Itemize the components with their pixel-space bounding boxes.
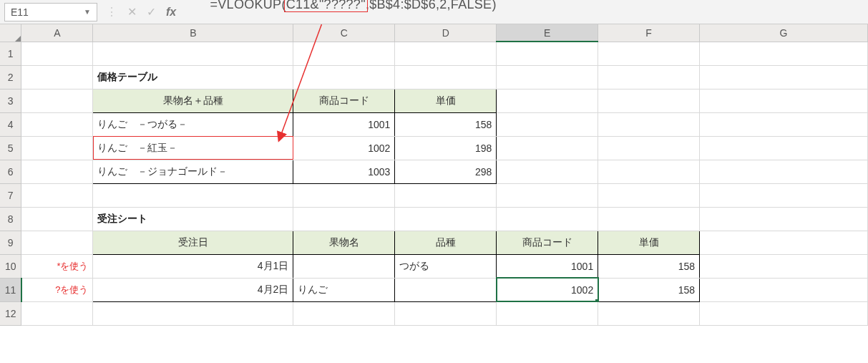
select-all-corner[interactable] (0, 24, 21, 42)
t2-h1: 受注日 (93, 231, 293, 254)
name-box-dropdown-icon[interactable]: ▼ (84, 4, 91, 21)
col-C[interactable]: C (293, 24, 395, 42)
rowhdr-11[interactable]: 11 (0, 278, 21, 301)
col-A[interactable]: A (21, 24, 93, 42)
col-D[interactable]: D (395, 24, 497, 42)
t2-r1-fruit[interactable]: りんご (293, 278, 395, 301)
fx-icon[interactable]: fx (166, 6, 176, 19)
row-12: 12 (0, 301, 868, 325)
row-7: 7 (0, 183, 868, 207)
t2-r1-price[interactable]: 158 (598, 278, 700, 301)
t1-r1-code[interactable]: 1002 (293, 136, 395, 160)
row-5: 5 りんご －紅玉－ 1002 198 (0, 136, 868, 160)
enter-icon[interactable]: ✓ (147, 5, 156, 19)
rowhdr-3[interactable]: 3 (0, 89, 21, 112)
row-6: 6 りんご －ジョナゴールド－ 1003 298 (0, 160, 868, 183)
t1-r0-code[interactable]: 1001 (293, 112, 395, 136)
rowhdr-5[interactable]: 5 (0, 136, 21, 160)
row-1: 1 (0, 42, 868, 65)
row-9: 9 受注日 果物名 品種 商品コード 単価 (0, 231, 868, 254)
rowhdr-6[interactable]: 6 (0, 160, 21, 183)
row-11: 11 ?を使う 4月2日 りんご 1002 158 (0, 278, 868, 301)
cancel-icon[interactable]: ✕ (127, 5, 137, 19)
t2-h2: 果物名 (293, 231, 395, 254)
selected-cell-E11[interactable]: 1002 (497, 278, 598, 301)
row-2: 2 価格テーブル (0, 65, 868, 89)
t1-h1: 果物名＋品種 (93, 89, 293, 112)
row-8: 8 受注シート (0, 207, 868, 231)
t1-r0-price[interactable]: 158 (395, 112, 497, 136)
row-3: 3 果物名＋品種 商品コード 単価 (0, 89, 868, 112)
t2-r0-price[interactable]: 158 (598, 254, 700, 278)
rowhdr-1[interactable]: 1 (0, 42, 21, 65)
t1-h3: 単価 (395, 89, 497, 112)
t2-h3: 品種 (395, 231, 497, 254)
t2-title: 受注シート (93, 207, 293, 231)
note-qmark: ?を使う (21, 278, 93, 301)
formula-bar-icons: ⋮ ✕ ✓ fx (102, 5, 180, 19)
t1-h2: 商品コード (293, 89, 395, 112)
name-box-value: E11 (11, 4, 29, 21)
rowhdr-4[interactable]: 4 (0, 112, 21, 136)
t1-r2-name[interactable]: りんご －ジョナゴールド－ (93, 160, 293, 183)
col-G[interactable]: G (700, 24, 868, 42)
formula-part-2: ,$B$4:$D$6,2,FALSE) (366, 0, 497, 11)
rowhdr-9[interactable]: 9 (0, 231, 21, 254)
t2-r0-kind[interactable]: つがる (395, 254, 497, 278)
t1-r1-price[interactable]: 198 (395, 136, 497, 160)
t1-r1-name[interactable]: りんご －紅玉－ (93, 136, 293, 160)
t1-r2-code[interactable]: 1003 (293, 160, 395, 183)
t2-r0-fruit[interactable] (293, 254, 395, 278)
row-4: 4 りんご －つがる－ 1001 158 (0, 112, 868, 136)
col-B[interactable]: B (93, 24, 293, 42)
t1-r2-price[interactable]: 298 (395, 160, 497, 183)
rowhdr-12[interactable]: 12 (0, 301, 21, 325)
t2-r1-kind[interactable] (395, 278, 497, 301)
t1-r0-name[interactable]: りんご －つがる－ (93, 112, 293, 136)
note-star: *を使う (21, 254, 93, 278)
grid-table[interactable]: A B C D E F G 1 2 価格テーブル 3 果物名＋品種 商品コード … (0, 24, 868, 326)
spreadsheet-grid: A B C D E F G 1 2 価格テーブル 3 果物名＋品種 商品コード … (0, 24, 868, 326)
t2-r0-code[interactable]: 1001 (497, 254, 598, 278)
formula-bar: E11 ▼ ⋮ ✕ ✓ fx =VLOOKUP(C11&"?????",$B$4… (0, 0, 868, 24)
rowhdr-10[interactable]: 10 (0, 254, 21, 278)
row-10: 10 *を使う 4月1日 つがる 1001 158 (0, 254, 868, 278)
separator-icon: ⋮ (106, 5, 117, 19)
col-E[interactable]: E (497, 24, 598, 42)
formula-highlight: C11&"?????" (286, 0, 366, 11)
column-headers: A B C D E F G (0, 24, 868, 42)
name-box[interactable]: E11 ▼ (4, 3, 97, 21)
col-F[interactable]: F (598, 24, 700, 42)
fill-handle[interactable] (595, 299, 598, 302)
t2-h5: 単価 (598, 231, 700, 254)
t2-h4: 商品コード (497, 231, 598, 254)
t2-r1-date[interactable]: 4月2日 (93, 278, 293, 301)
t2-r0-date[interactable]: 4月1日 (93, 254, 293, 278)
formula-part-1: =VLOOKUP( (210, 0, 286, 11)
rowhdr-8[interactable]: 8 (0, 207, 21, 231)
rowhdr-2[interactable]: 2 (0, 65, 21, 89)
rowhdr-7[interactable]: 7 (0, 183, 21, 207)
t1-title: 価格テーブル (93, 65, 293, 89)
